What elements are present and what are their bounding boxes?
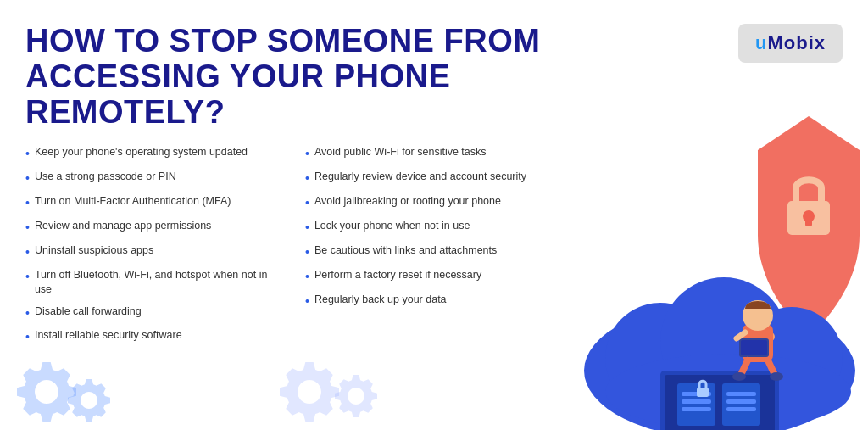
list-text: Review and manage app permissions — [35, 219, 211, 233]
list-text: Regularly review device and account secu… — [314, 170, 526, 184]
bullet-icon: • — [305, 146, 309, 162]
svg-rect-10 — [677, 383, 715, 426]
title-line2: ACCESSING YOUR PHONE REMOTELY? — [25, 59, 551, 131]
list-text: Regularly back up your data — [314, 293, 447, 307]
main-container: uMobix HOW TO STOP SOMEONE FROM ACCESSIN… — [0, 0, 868, 430]
list-text: Perform a factory reset if necessary — [314, 268, 481, 282]
bullet-icon: • — [25, 170, 30, 187]
list-text: Avoid jailbreaking or rooting your phone — [314, 194, 501, 209]
list-text: Turn on Multi-Factor Authentication (MFA… — [35, 194, 231, 209]
bullet-icon: • — [305, 244, 309, 260]
bullet-icon: • — [305, 269, 309, 285]
svg-point-25 — [770, 372, 783, 381]
bullet-icon: • — [25, 305, 30, 321]
list-text: Avoid public Wi-Fi for sensitive tasks — [314, 145, 487, 159]
page-title: HOW TO STOP SOMEONE FROM ACCESSING YOUR … — [25, 24, 551, 130]
list-item: •Lock your phone when not in use — [305, 219, 534, 236]
list-item: •Install reliable security software — [25, 328, 280, 345]
list-text: Disable call forwarding — [35, 304, 142, 319]
svg-rect-18 — [697, 388, 709, 397]
list-item: •Turn on Multi-Factor Authentication (MF… — [25, 194, 280, 211]
svg-rect-14 — [682, 407, 711, 411]
list-text: Use a strong passcode or PIN — [35, 170, 176, 184]
list-item: •Keep your phone's operating system upda… — [25, 145, 280, 162]
gears-left-decoration — [17, 362, 110, 422]
left-column: •Keep your phone's operating system upda… — [25, 145, 288, 353]
right-column: •Avoid public Wi-Fi for sensitive tasks•… — [288, 145, 542, 353]
svg-rect-16 — [726, 399, 756, 404]
list-item: •Use a strong passcode or PIN — [25, 170, 280, 187]
gear-icon-4 — [335, 375, 377, 417]
list-item: •Be cautious with links and attachments — [305, 243, 534, 260]
bullet-icon: • — [25, 146, 30, 162]
svg-rect-17 — [726, 407, 756, 411]
logo-prefix: u — [755, 32, 767, 53]
list-text: Lock your phone when not in use — [314, 219, 470, 233]
list-item: •Regularly review device and account sec… — [305, 170, 534, 187]
list-item: •Disable call forwarding — [25, 304, 280, 321]
list-text: Be cautious with links and attachments — [314, 243, 497, 258]
list-item: •Avoid jailbreaking or rooting your phon… — [305, 194, 534, 211]
gear-icon-3 — [280, 362, 339, 422]
list-text: Turn off Bluetooth, Wi-Fi, and hotspot w… — [35, 268, 280, 297]
list-text: Install reliable security software — [35, 328, 182, 343]
bullet-icon: • — [25, 220, 30, 236]
logo-box: uMobix — [738, 24, 843, 63]
bullet-icon: • — [25, 244, 30, 260]
bullet-icon: • — [305, 195, 309, 211]
gear-icon-2 — [68, 379, 110, 422]
gears-mid-decoration — [280, 362, 377, 422]
main-illustration — [512, 108, 868, 430]
svg-rect-11 — [722, 383, 760, 426]
bullet-icon: • — [25, 329, 30, 345]
logo-suffix: Mobix — [767, 32, 826, 53]
list-item: •Uninstall suspicious apps — [25, 243, 280, 260]
svg-point-24 — [732, 372, 746, 381]
list-text: Keep your phone's operating system updat… — [35, 145, 248, 159]
bullet-icon: • — [305, 293, 309, 310]
list-item: •Regularly back up your data — [305, 293, 534, 310]
bullet-icon: • — [25, 269, 30, 285]
bullet-icon: • — [305, 220, 309, 236]
list-item: •Perform a factory reset if necessary — [305, 268, 534, 285]
list-item: •Turn off Bluetooth, Wi-Fi, and hotspot … — [25, 268, 280, 297]
list-item: •Avoid public Wi-Fi for sensitive tasks — [305, 145, 534, 162]
bullet-icon: • — [305, 170, 309, 187]
bullet-icon: • — [25, 195, 30, 211]
svg-rect-2 — [805, 216, 812, 226]
svg-rect-23 — [741, 340, 767, 355]
svg-rect-15 — [726, 392, 756, 396]
svg-rect-13 — [682, 399, 711, 404]
title-line1: HOW TO STOP SOMEONE FROM — [25, 24, 551, 59]
list-item: •Review and manage app permissions — [25, 219, 280, 236]
list-text: Uninstall suspicious apps — [35, 243, 153, 258]
